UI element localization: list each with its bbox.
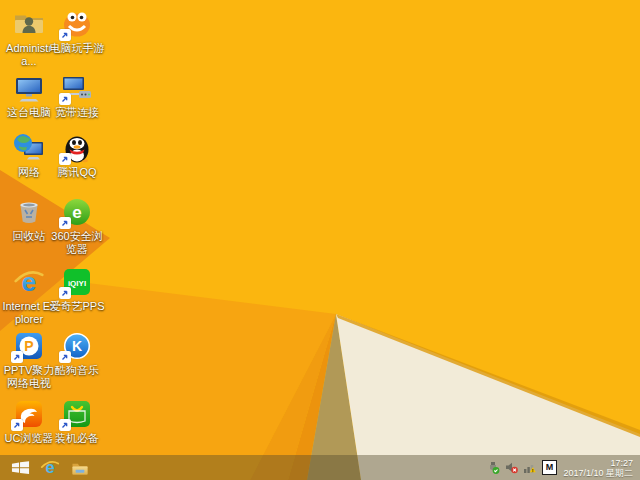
shortcut-arrow-icon (59, 29, 71, 41)
green-e-browser-icon: e (61, 196, 93, 228)
icon-label: 腾讯QQ (57, 166, 96, 179)
desktop-icon-zhuangji-bibei[interactable]: 装机必备 (48, 398, 106, 445)
icon-label: 360安全浏览器 (48, 230, 106, 256)
desktop-icon-broadband[interactable]: 宽带连接 (48, 72, 106, 119)
desktop-icon-kugou[interactable]: K 酷狗音乐 (48, 330, 106, 377)
kugou-icon: K (61, 330, 93, 362)
shortcut-arrow-icon (11, 351, 23, 363)
start-button[interactable] (5, 455, 35, 480)
clock-time: 17:27 (563, 458, 633, 468)
svg-text:iQIYI: iQIYI (68, 279, 86, 288)
icon-label: 酷狗音乐 (55, 364, 99, 377)
shortcut-arrow-icon (59, 153, 71, 165)
network-warning-icon[interactable] (522, 461, 536, 475)
icon-label: 电脑玩手游 (50, 42, 105, 55)
globe-network-icon (13, 132, 45, 164)
svg-text:e: e (72, 203, 81, 222)
desktop-icon-360-browser[interactable]: e 360安全浏览器 (48, 196, 106, 256)
taskbar-ie-button[interactable]: e (35, 455, 65, 480)
desktop-icon-pc-play-mobile-games[interactable]: 电脑玩手游 (48, 8, 106, 55)
iqiyi-icon: iQIYI (61, 266, 93, 298)
ime-indicator[interactable]: M (542, 460, 557, 475)
shortcut-arrow-icon (11, 419, 23, 431)
taskbar-explorer-button[interactable] (65, 455, 95, 480)
user-folder-icon (13, 8, 45, 40)
computer-icon (13, 72, 45, 104)
shortcut-arrow-icon (59, 217, 71, 229)
monster-icon (61, 8, 93, 40)
recycle-bin-icon (13, 196, 45, 228)
shortcut-arrow-icon (59, 351, 71, 363)
desktop-icon-qq[interactable]: 腾讯QQ (48, 132, 106, 179)
icon-label: 这台电脑 (7, 106, 51, 119)
taskbar: e (0, 455, 640, 480)
svg-text:P: P (24, 338, 33, 354)
usb-safely-remove-icon[interactable] (486, 461, 500, 475)
qq-penguin-icon (61, 132, 93, 164)
icon-label: UC浏览器 (5, 432, 54, 445)
desktop-icon-iqiyi[interactable]: iQIYI 爱奇艺PPS (48, 266, 106, 313)
volume-muted-icon[interactable] (504, 461, 518, 475)
clock-date: 2017/1/10 星期二 (563, 468, 633, 478)
icon-label: 爱奇艺PPS (49, 300, 104, 313)
svg-text:K: K (72, 338, 82, 354)
shortcut-arrow-icon (59, 419, 71, 431)
uc-squirrel-icon (13, 398, 45, 430)
computer-modem-icon (61, 72, 93, 104)
icon-label: 网络 (18, 166, 40, 179)
windows-logo-icon (11, 460, 30, 475)
shortcut-arrow-icon (59, 287, 71, 299)
ie-icon: e (40, 458, 60, 478)
file-explorer-icon (71, 460, 89, 475)
pptv-icon: P (13, 330, 45, 362)
taskbar-clock[interactable]: 17:27 2017/1/10 星期二 (563, 458, 635, 478)
icon-label: 装机必备 (55, 432, 99, 445)
desktop: Administra... 电脑玩手游 (0, 0, 640, 480)
ie-icon: e (13, 266, 45, 298)
shortcut-arrow-icon (59, 93, 71, 105)
icon-label: 回收站 (13, 230, 46, 243)
icon-label: 宽带连接 (55, 106, 99, 119)
shopping-bag-icon (61, 398, 93, 430)
system-tray: M 17:27 2017/1/10 星期二 (486, 458, 635, 478)
